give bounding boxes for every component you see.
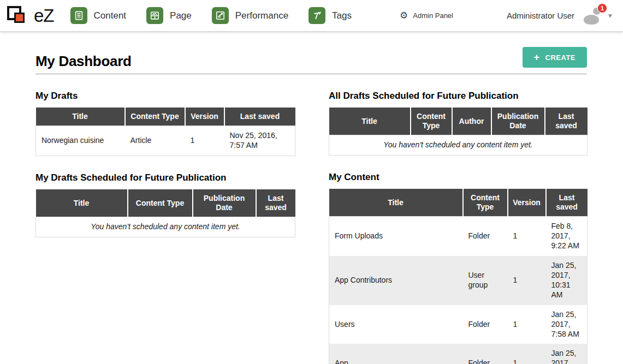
table-cell: App Contributors bbox=[329, 256, 463, 305]
section-heading-my-drafts-scheduled: My Drafts Scheduled for Future Publicati… bbox=[35, 172, 295, 183]
nav-label-content: Content bbox=[94, 10, 127, 21]
performance-icon bbox=[212, 7, 229, 24]
table-cell: Users bbox=[329, 305, 463, 344]
my-drafts-scheduled-table: TitleContent TypePublication DateLast sa… bbox=[35, 189, 295, 237]
right-column: All Drafts Scheduled for Future Publicat… bbox=[329, 91, 587, 364]
table-cell: Norwegian cuisine bbox=[36, 126, 125, 156]
notification-badge[interactable]: 1 bbox=[597, 3, 607, 13]
page-icon bbox=[146, 7, 163, 24]
table-header-row: TitleContent TypeVersionLast saved bbox=[329, 189, 588, 217]
column-header: Publication Date bbox=[491, 108, 545, 135]
column-header: Title bbox=[36, 108, 125, 126]
column-header: Content Type bbox=[128, 189, 193, 217]
user-silhouette-icon[interactable]: 1 bbox=[583, 7, 604, 25]
table-cell: App bbox=[329, 344, 463, 364]
nav-item-performance[interactable]: Performance bbox=[212, 7, 288, 24]
avatar-torso bbox=[584, 15, 599, 25]
nav-item-tags[interactable]: Tags bbox=[308, 7, 352, 24]
column-header: Last saved bbox=[256, 189, 295, 217]
table-cell: User group bbox=[463, 256, 508, 305]
admin-panel-button[interactable]: ⚙ Admin Panel bbox=[400, 11, 453, 20]
table-cell: Form Uploads bbox=[329, 217, 463, 256]
empty-message: You haven't scheduled any content item y… bbox=[329, 135, 588, 156]
chevron-down-icon[interactable]: ▼ bbox=[608, 13, 612, 19]
create-button[interactable]: + CREATE bbox=[523, 47, 588, 68]
ez-logo-icon bbox=[5, 3, 34, 28]
admin-panel-label: Admin Panel bbox=[413, 11, 453, 20]
main-navigation: Content Page bbox=[70, 7, 352, 24]
column-header: Version bbox=[508, 189, 546, 217]
column-header: Content Type bbox=[463, 189, 508, 217]
table-cell: 1 bbox=[508, 217, 546, 256]
table-header-row: TitleContent TypeVersionLast saved bbox=[36, 108, 295, 126]
nav-item-content[interactable]: Content bbox=[70, 7, 127, 24]
table-row[interactable]: App ContributorsUser group1Jan 25, 2017,… bbox=[329, 256, 588, 305]
user-menu: Administrator User 1 ▼ bbox=[507, 7, 612, 25]
create-button-label: CREATE bbox=[545, 53, 575, 62]
my-drafts-table: TitleContent TypeVersionLast saved Norwe… bbox=[35, 108, 295, 156]
all-drafts-scheduled-table: TitleContent TypeAuthorPublication DateL… bbox=[329, 108, 588, 156]
empty-row: You haven't scheduled any content item y… bbox=[36, 217, 295, 237]
table-cell: Jan 25, 2017, 7:58 AM bbox=[546, 305, 588, 344]
page-header: My Dashboard + CREATE bbox=[35, 47, 587, 74]
ez-logo-text: eZ bbox=[34, 5, 54, 26]
ez-logo[interactable]: eZ bbox=[5, 3, 54, 28]
nav-item-page[interactable]: Page bbox=[146, 7, 192, 24]
table-header-row: TitleContent TypePublication DateLast sa… bbox=[36, 189, 295, 217]
table-row[interactable]: Norwegian cuisineArticle1Nov 25, 2016, 7… bbox=[36, 126, 295, 156]
table-cell: Folder bbox=[463, 217, 508, 256]
user-name[interactable]: Administrator User bbox=[507, 11, 574, 20]
table-cell: Nov 25, 2016, 7:57 AM bbox=[224, 126, 295, 156]
nav-label-performance: Performance bbox=[235, 10, 288, 21]
empty-row: You haven't scheduled any content item y… bbox=[329, 135, 588, 156]
gear-icon: ⚙ bbox=[400, 11, 408, 20]
content-icon bbox=[70, 7, 87, 24]
column-header: Author bbox=[452, 108, 491, 135]
top-navbar: eZ Content Page bbox=[0, 0, 623, 32]
section-heading-my-content: My Content bbox=[329, 172, 587, 183]
table-cell: 1 bbox=[185, 126, 224, 156]
my-content-table: TitleContent TypeVersionLast saved Form … bbox=[329, 189, 588, 364]
dashboard-grid: My Drafts TitleContent TypeVersionLast s… bbox=[35, 91, 587, 364]
table-row[interactable]: UsersFolder1Jan 25, 2017, 7:58 AM bbox=[329, 305, 588, 344]
nav-label-tags: Tags bbox=[332, 10, 352, 21]
left-column: My Drafts TitleContent TypeVersionLast s… bbox=[35, 91, 295, 364]
column-header: Publication Date bbox=[193, 189, 256, 217]
table-cell: Folder bbox=[463, 305, 508, 344]
empty-message: You haven't scheduled any content item y… bbox=[36, 217, 295, 237]
plus-icon: + bbox=[534, 53, 540, 62]
table-cell: Folder bbox=[463, 344, 508, 364]
table-cell: 1 bbox=[508, 256, 546, 305]
column-header: Version bbox=[185, 108, 224, 126]
table-header-row: TitleContent TypeAuthorPublication DateL… bbox=[329, 108, 588, 135]
column-header: Title bbox=[329, 189, 463, 217]
table-cell: Jan 25, 2017, 7:55 AM bbox=[546, 344, 588, 364]
column-header: Title bbox=[36, 189, 128, 217]
table-cell: Article bbox=[125, 126, 185, 156]
tags-icon bbox=[308, 7, 325, 24]
column-header: Last saved bbox=[224, 108, 295, 126]
table-row[interactable]: AppFolder1Jan 25, 2017, 7:55 AM bbox=[329, 344, 588, 364]
table-cell: 1 bbox=[508, 305, 546, 344]
section-heading-my-drafts: My Drafts bbox=[35, 91, 295, 102]
table-cell: Feb 8, 2017, 9:22 AM bbox=[546, 217, 588, 256]
column-header: Last saved bbox=[546, 189, 588, 217]
dashboard-page: My Dashboard + CREATE My Drafts TitleCon… bbox=[0, 32, 623, 364]
logo-square-orange bbox=[14, 13, 25, 23]
column-header: Last saved bbox=[545, 108, 588, 135]
column-header: Content Type bbox=[125, 108, 185, 126]
nav-label-page: Page bbox=[170, 10, 192, 21]
column-header: Title bbox=[329, 108, 411, 135]
column-header: Content Type bbox=[411, 108, 452, 135]
page-title: My Dashboard bbox=[35, 53, 132, 70]
section-heading-all-drafts-scheduled: All Drafts Scheduled for Future Publicat… bbox=[329, 91, 587, 102]
table-cell: Jan 25, 2017, 10:31 AM bbox=[546, 256, 588, 305]
table-cell: 1 bbox=[508, 344, 546, 364]
table-row[interactable]: Form UploadsFolder1Feb 8, 2017, 9:22 AM bbox=[329, 217, 588, 256]
